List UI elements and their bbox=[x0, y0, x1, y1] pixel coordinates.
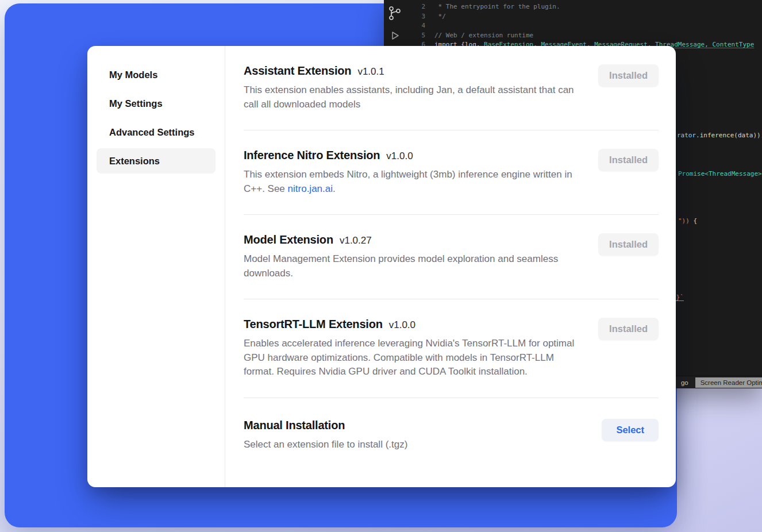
manual-installation-description: Select an extension file to install (.tg… bbox=[244, 438, 580, 452]
sidebar-item-advanced-settings[interactable]: Advanced Settings bbox=[97, 119, 215, 145]
code-fragment: ")) { bbox=[678, 217, 697, 225]
installed-button[interactable]: Installed bbox=[598, 149, 659, 171]
extension-item-assistant: Assistant Extension v1.0.1 This extensio… bbox=[244, 46, 659, 130]
extension-version: v1.0.0 bbox=[386, 151, 413, 162]
installed-button[interactable]: Installed bbox=[598, 233, 659, 256]
run-icon[interactable] bbox=[389, 30, 401, 41]
extension-name: TensortRT-LLM Extension bbox=[244, 318, 383, 331]
code-line: 5 // Web / extension runtime bbox=[406, 31, 762, 41]
line-number: 3 bbox=[406, 12, 425, 22]
extension-description: This extension enables assistants, inclu… bbox=[244, 83, 580, 111]
line-number: 5 bbox=[406, 31, 425, 41]
sidebar-item-my-settings[interactable]: My Settings bbox=[97, 91, 215, 116]
extension-description: This extension embeds Nitro, a lightweig… bbox=[244, 168, 580, 196]
select-file-button[interactable]: Select bbox=[602, 419, 659, 441]
extension-version: v1.0.0 bbox=[389, 319, 415, 331]
editor-glyph-column bbox=[384, 2, 406, 50]
extension-item-nitro: Inference Nitro Extension v1.0.0 This ex… bbox=[244, 130, 659, 215]
settings-panel: My Models My Settings Advanced Settings … bbox=[87, 46, 676, 487]
code-fragment: Promise<ThreadMessage> bbox=[678, 170, 762, 178]
settings-sidebar: My Models My Settings Advanced Settings … bbox=[87, 46, 225, 487]
extension-name: Assistant Extension bbox=[244, 64, 351, 78]
code-line: 4 bbox=[406, 21, 762, 31]
status-screen-reader-badge[interactable]: Screen Reader Optimized bbox=[695, 377, 762, 388]
line-number: 4 bbox=[406, 21, 425, 31]
extensions-list: Assistant Extension v1.0.1 This extensio… bbox=[225, 46, 676, 487]
extension-name: Inference Nitro Extension bbox=[244, 149, 380, 162]
extension-version: v1.0.27 bbox=[340, 235, 372, 246]
sidebar-item-extensions[interactable]: Extensions bbox=[97, 148, 215, 174]
nitro-jan-ai-link[interactable]: nitro.jan.ai bbox=[288, 183, 333, 194]
installed-button[interactable]: Installed bbox=[598, 64, 659, 87]
installed-button[interactable]: Installed bbox=[598, 318, 659, 340]
extension-item-model: Model Extension v1.0.27 Model Management… bbox=[244, 215, 659, 299]
extension-name: Model Extension bbox=[244, 233, 333, 246]
line-number: 2 bbox=[406, 2, 425, 12]
extension-version: v1.0.1 bbox=[357, 66, 384, 78]
git-graph-icon[interactable] bbox=[388, 6, 401, 21]
code-line: 2 * The entrypoint for the plugin. bbox=[406, 2, 762, 12]
extension-description: Enables accelerated inference leveraging… bbox=[244, 337, 580, 379]
code-fragment: rator.inference(data)); bbox=[677, 132, 762, 140]
sidebar-item-my-models[interactable]: My Models bbox=[97, 62, 215, 87]
manual-installation-title: Manual Installation bbox=[244, 419, 345, 432]
code-line: 3 */ bbox=[406, 12, 762, 22]
extension-description: Model Management Extension provides mode… bbox=[244, 252, 580, 280]
manual-installation-section: Manual Installation Select an extension … bbox=[244, 398, 659, 469]
status-language[interactable]: go bbox=[681, 379, 688, 386]
extension-item-tensorrt: TensortRT-LLM Extension v1.0.0 Enables a… bbox=[244, 299, 659, 398]
code-area[interactable]: 2 * The entrypoint for the plugin. 3 */ … bbox=[406, 2, 762, 50]
